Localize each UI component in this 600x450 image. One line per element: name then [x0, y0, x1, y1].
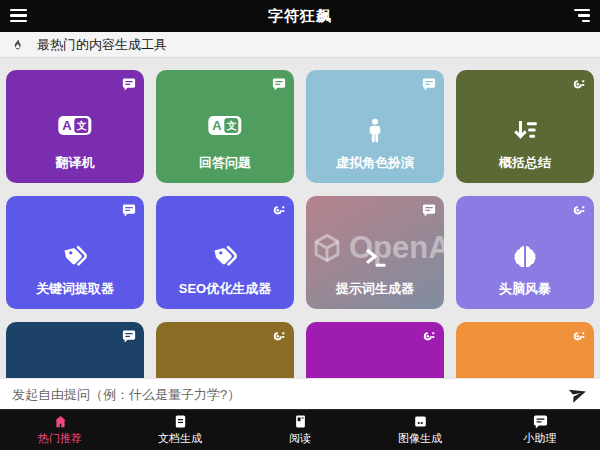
ai-badge-icon [422, 329, 436, 343]
ai-badge-icon [572, 77, 586, 91]
home-icon [53, 414, 68, 429]
chat-badge-icon [122, 203, 136, 217]
tab-label: 小助理 [524, 431, 557, 446]
tab-assistant[interactable]: 小助理 [480, 410, 600, 450]
document-icon [173, 414, 188, 429]
question-input[interactable] [12, 387, 568, 402]
menu-icon[interactable] [10, 9, 27, 23]
tool-card-label: 翻译机 [6, 154, 144, 172]
tool-card[interactable]: 概括总结 [456, 70, 594, 183]
fire-icon [10, 37, 25, 52]
section-title: 最热门的内容生成工具 [37, 36, 167, 54]
app-screen: 字符狂飙 最热门的内容生成工具 A文 翻译机 A文 回答问题 虚拟角色扮演 概括… [0, 0, 600, 450]
chat-badge-icon [122, 77, 136, 91]
bottom-nav: 热门推荐 文档生成 阅读 图像生成 小助理 [0, 409, 600, 450]
chat-badge-icon [272, 77, 286, 91]
ai-badge-icon [572, 203, 586, 217]
tab-label: 阅读 [289, 431, 311, 446]
question-composer [0, 378, 600, 409]
translate-icon: A文 [208, 116, 241, 135]
tab-image-gen[interactable]: 图像生成 [360, 410, 480, 450]
ai-badge-icon [572, 329, 586, 343]
tags-icon [210, 242, 240, 272]
sort-menu-icon[interactable] [573, 9, 590, 23]
chat-badge-icon [422, 203, 436, 217]
tab-doc-gen[interactable]: 文档生成 [120, 410, 240, 450]
tool-card[interactable]: 头脑风暴 [456, 196, 594, 309]
tool-card-label: 概括总结 [456, 154, 594, 172]
image-icon [413, 414, 428, 429]
assistant-icon [533, 414, 548, 429]
terminal-icon [360, 242, 390, 272]
send-button[interactable] [568, 384, 588, 404]
person-icon [360, 116, 390, 146]
tab-reading[interactable]: 阅读 [240, 410, 360, 450]
chat-badge-icon [122, 329, 136, 343]
translate-icon: A文 [58, 116, 91, 135]
tool-card-label: 关键词提取器 [6, 280, 144, 298]
brain-icon [510, 242, 540, 272]
tags-icon [60, 242, 90, 272]
tool-card-label: 回答问题 [156, 154, 294, 172]
tool-card[interactable]: 虚拟角色扮演 [306, 70, 444, 183]
summarize-icon [510, 116, 540, 146]
header-bar: 字符狂飙 [0, 0, 600, 32]
send-icon [567, 383, 590, 406]
tool-card[interactable]: A文 回答问题 [156, 70, 294, 183]
tool-card[interactable]: 关键词提取器 [6, 196, 144, 309]
tab-label: 热门推荐 [38, 431, 82, 446]
openai-logo-icon [310, 231, 344, 265]
tool-card-label: 提示词生成器 [306, 280, 444, 298]
tool-card-label: 头脑风暴 [456, 280, 594, 298]
chat-badge-icon [422, 77, 436, 91]
ai-badge-icon [272, 329, 286, 343]
ai-badge-icon [272, 203, 286, 217]
tool-card-label: SEO优化生成器 [156, 280, 294, 298]
tool-card[interactable]: OpenAI 提示词生成器 [306, 196, 444, 309]
tool-card[interactable]: SEO优化生成器 [156, 196, 294, 309]
tool-card[interactable]: A文 翻译机 [6, 70, 144, 183]
tab-hot-picks[interactable]: 热门推荐 [0, 410, 120, 450]
tab-label: 文档生成 [158, 431, 202, 446]
tool-card-label: 虚拟角色扮演 [306, 154, 444, 172]
tab-label: 图像生成 [398, 431, 442, 446]
section-header: 最热门的内容生成工具 [0, 32, 600, 58]
app-title: 字符狂飙 [268, 7, 332, 26]
book-icon [293, 414, 308, 429]
